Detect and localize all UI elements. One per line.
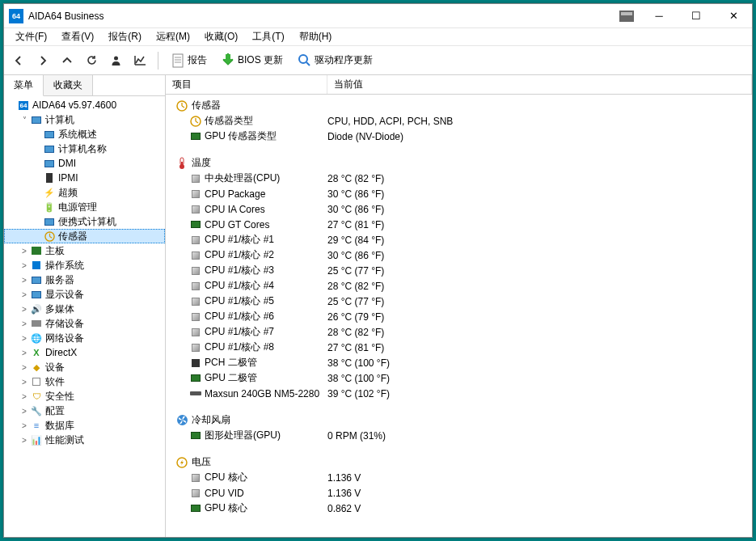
list-item[interactable]: CPU #1/核心 #325 °C (77 °F)	[175, 263, 752, 278]
tree-label: 便携式计算机	[58, 215, 116, 229]
tab-favorites[interactable]: 收藏夹	[44, 75, 93, 95]
list-item[interactable]: CPU #1/核心 #129 °C (84 °F)	[175, 232, 752, 247]
maximize-button[interactable]: ☐	[678, 4, 715, 28]
tree-other-11[interactable]: >🔧配置	[4, 404, 165, 418]
item-value: Diode (NV-Diode)	[321, 131, 403, 142]
group-title: 温度	[192, 156, 211, 170]
menu-tools[interactable]: 工具(T)	[246, 28, 290, 45]
list-item[interactable]: CPU #1/核心 #230 °C (86 °F)	[175, 247, 752, 263]
menu-help[interactable]: 帮助(H)	[293, 28, 339, 45]
search-icon	[298, 53, 311, 67]
graph-button[interactable]	[130, 51, 150, 70]
tree-other-10[interactable]: >🛡安全性	[4, 389, 165, 404]
tree-label: 网络设备	[45, 332, 84, 345]
minimize-button[interactable]: ─	[640, 4, 678, 28]
list-item[interactable]: CPU #1/核心 #626 °C (79 °F)	[175, 309, 752, 324]
tree-label: 存储设备	[45, 317, 84, 331]
menu-view[interactable]: 查看(V)	[55, 28, 100, 45]
report-action[interactable]: 报告	[167, 52, 212, 70]
item-value: 28 °C (82 °F)	[321, 173, 384, 184]
tree-other-2[interactable]: >服务器	[4, 273, 165, 287]
list-item[interactable]: CPU GT Cores27 °C (81 °F)	[175, 217, 752, 232]
tree-computer-5[interactable]: 🔋电源管理	[4, 200, 165, 214]
group-header[interactable]: 温度	[175, 155, 752, 171]
list-item[interactable]: PCH 二极管38 °C (100 °F)	[175, 355, 752, 370]
list-item[interactable]: 中央处理器(CPU)28 °C (82 °F)	[175, 171, 752, 186]
tree-computer[interactable]: ˅计算机	[4, 112, 165, 127]
tree-other-4[interactable]: >🔊多媒体	[4, 302, 165, 316]
menu-remote[interactable]: 远程(M)	[150, 28, 196, 45]
menu-file[interactable]: 文件(F)	[9, 28, 53, 45]
user-button[interactable]	[106, 51, 125, 70]
tree-label: DirectX	[45, 347, 77, 358]
bios-update-action[interactable]: BIOS 更新	[217, 52, 288, 70]
item-label: CPU #1/核心 #4	[205, 279, 274, 293]
item-value: 25 °C (77 °F)	[321, 296, 384, 307]
list-item[interactable]: GPU 二极管38 °C (100 °F)	[175, 370, 752, 386]
menu-favorites[interactable]: 收藏(O)	[198, 28, 244, 45]
list-item[interactable]: Maxsun 240GB NM5-228039 °C (102 °F)	[175, 386, 752, 401]
group-header[interactable]: 冷却风扇	[175, 412, 752, 428]
item-value: 38 °C (100 °F)	[321, 357, 390, 369]
item-label: 中央处理器(CPU)	[205, 171, 280, 185]
tree-other-5[interactable]: >存储设备	[4, 316, 165, 331]
list-item[interactable]: CPU VID1.136 V	[175, 485, 752, 501]
tree-computer-3[interactable]: IPMI	[4, 171, 165, 185]
tree-other-9[interactable]: >软件	[4, 374, 165, 389]
group-header[interactable]: 传感器	[175, 98, 752, 113]
list-body[interactable]: 传感器传感器类型CPU, HDD, ACPI, PCH, SNBGPU 传感器类…	[166, 95, 752, 537]
tree-computer-1[interactable]: 计算机名称	[4, 142, 165, 156]
list-item[interactable]: CPU #1/核心 #525 °C (77 °F)	[175, 294, 752, 309]
item-label: CPU #1/核心 #7	[205, 325, 274, 339]
item-value: 26 °C (79 °F)	[321, 311, 384, 323]
tree-computer-6[interactable]: 便携式计算机	[4, 214, 165, 229]
tree-other-7[interactable]: >XDirectX	[4, 345, 165, 360]
gpu-icon	[190, 504, 201, 514]
tree-other-12[interactable]: >≡数据库	[4, 418, 165, 433]
report-icon	[171, 53, 184, 68]
tree-other-1[interactable]: >操作系统	[4, 258, 165, 273]
tree-label: 安全性	[45, 390, 74, 404]
tree-computer-7[interactable]: 传感器	[4, 229, 165, 243]
tree-label: 传感器	[58, 230, 87, 243]
list-item[interactable]: GPU 核心0.862 V	[175, 501, 752, 516]
tab-menu[interactable]: 菜单	[4, 75, 44, 96]
list-item[interactable]: CPU Package30 °C (86 °F)	[175, 186, 752, 201]
nav-forward-button[interactable]	[33, 51, 53, 70]
list-item[interactable]: 图形处理器(GPU)0 RPM (31%)	[175, 428, 752, 443]
sq-icon	[190, 266, 201, 276]
nav-up-button[interactable]	[57, 51, 77, 70]
tree-root[interactable]: 64AIDA64 v5.97.4600	[4, 98, 165, 112]
nav-back-button[interactable]	[9, 51, 28, 70]
list-item[interactable]: CPU #1/核心 #728 °C (82 °F)	[175, 324, 752, 340]
tree-computer-4[interactable]: ⚡超频	[4, 185, 165, 200]
sq-icon	[190, 488, 201, 498]
list-item[interactable]: CPU IA Cores30 °C (86 °F)	[175, 201, 752, 217]
group-title: 冷却风扇	[192, 413, 230, 427]
driver-update-action[interactable]: 驱动程序更新	[293, 52, 378, 69]
group-header[interactable]: 电压	[175, 454, 752, 470]
tree-computer-0[interactable]: 系统概述	[4, 127, 165, 142]
list-item[interactable]: 传感器类型CPU, HDD, ACPI, PCH, SNB	[175, 113, 752, 129]
tree-other-8[interactable]: >◆设备	[4, 360, 165, 374]
list-item[interactable]: CPU #1/核心 #827 °C (81 °F)	[175, 340, 752, 355]
column-value[interactable]: 当前值	[327, 75, 752, 94]
close-button[interactable]: ✕	[715, 4, 752, 28]
tree-other-13[interactable]: >📊性能测试	[4, 433, 165, 447]
list-item[interactable]: GPU 传感器类型Diode (NV-Diode)	[175, 129, 752, 144]
tree-label: 设备	[45, 361, 65, 374]
sensor-icon	[175, 99, 188, 112]
list-item[interactable]: CPU 核心1.136 V	[175, 470, 752, 485]
column-item[interactable]: 项目	[166, 75, 327, 94]
item-value: 1.136 V	[321, 488, 361, 499]
list-item[interactable]: CPU #1/核心 #428 °C (82 °F)	[175, 278, 752, 294]
tree-computer-2[interactable]: DMI	[4, 156, 165, 171]
sensor-icon	[190, 116, 201, 126]
item-label: CPU #1/核心 #1	[205, 233, 274, 247]
tree-other-0[interactable]: >主板	[4, 243, 165, 258]
system-tray-icon[interactable]	[619, 11, 634, 22]
refresh-button[interactable]	[82, 51, 101, 70]
menu-report[interactable]: 报告(R)	[102, 28, 148, 45]
tree-other-3[interactable]: >显示设备	[4, 287, 165, 302]
tree-other-6[interactable]: >🌐网络设备	[4, 331, 165, 345]
